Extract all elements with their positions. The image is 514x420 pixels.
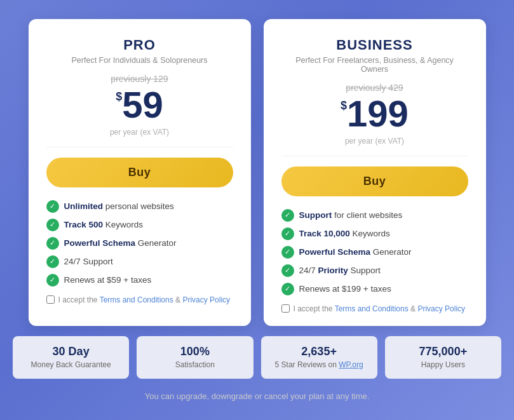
list-item: ✓ Support for client websites [281, 209, 468, 222]
pro-currency: $ [116, 90, 122, 104]
pro-features-list: ✓ Unlimited personal websites ✓ Track 50… [46, 200, 233, 287]
pro-privacy-link[interactable]: Privacy Policy [182, 295, 230, 304]
list-item: ✓ 24/7 Priority Support [281, 264, 468, 277]
pro-terms-link[interactable]: Terms and Conditions [100, 295, 173, 304]
check-icon: ✓ [281, 246, 294, 259]
pro-card: PRO Perfect For Individuals & Solopreneu… [29, 19, 251, 326]
check-icon: ✓ [46, 255, 59, 268]
pro-old-price: previously 129 [46, 74, 233, 84]
list-item: ✓ Track 500 Keywords [46, 219, 233, 231]
stat-label-satisfaction: Satisfaction [148, 360, 241, 370]
business-card-header: BUSINESS Perfect For Freelancers, Busine… [281, 37, 468, 156]
business-price-row: $ 199 [281, 95, 468, 132]
stat-number-satisfaction: 100% [148, 345, 241, 358]
stat-card-guarantee: 30 Day Money Back Guarantee [13, 336, 129, 379]
business-price: 199 [347, 95, 409, 132]
check-icon: ✓ [46, 219, 59, 231]
pro-terms-row: I accept the Terms and Conditions & Priv… [46, 295, 233, 304]
stat-label-guarantee: Money Back Guarantee [24, 360, 118, 370]
list-item: ✓ Renews at $199 + taxes [281, 283, 468, 295]
list-item: ✓ Track 10,000 Keywords [281, 227, 468, 240]
stat-card-reviews: 2,635+ 5 Star Reviews on WP.org [261, 336, 377, 379]
stat-card-users: 775,000+ Happy Users [385, 336, 501, 379]
pricing-wrapper: PRO Perfect For Individuals & Solopreneu… [13, 19, 501, 402]
check-icon: ✓ [281, 283, 294, 295]
business-plan-name: BUSINESS [281, 37, 468, 53]
business-currency: $ [341, 99, 347, 112]
pro-plan-subtitle: Perfect For Individuals & Solopreneurs [46, 56, 233, 65]
cards-row: PRO Perfect For Individuals & Solopreneu… [13, 19, 501, 326]
check-icon: ✓ [46, 274, 59, 287]
check-icon: ✓ [281, 264, 294, 277]
pro-price: 59 [122, 86, 163, 123]
list-item: ✓ Powerful Schema Generator [46, 237, 233, 250]
pro-buy-button[interactable]: Buy [46, 158, 233, 187]
stat-number-guarantee: 30 Day [24, 345, 118, 358]
pro-terms-checkbox[interactable] [46, 295, 55, 304]
business-privacy-link[interactable]: Privacy Policy [417, 304, 465, 313]
business-features-list: ✓ Support for client websites ✓ Track 10… [281, 209, 468, 295]
list-item: ✓ 24/7 Support [46, 255, 233, 268]
stat-label-reviews: 5 Star Reviews on WP.org [273, 360, 366, 370]
stat-number-reviews: 2,635+ [273, 345, 366, 358]
pro-period: per year (ex VAT) [46, 127, 233, 137]
list-item: ✓ Powerful Schema Generator [281, 246, 468, 259]
business-terms-link[interactable]: Terms and Conditions [335, 304, 409, 313]
check-icon: ✓ [281, 209, 294, 222]
business-period: per year (ex VAT) [281, 136, 468, 146]
stat-card-satisfaction: 100% Satisfaction [137, 336, 253, 379]
business-buy-button[interactable]: Buy [281, 166, 468, 196]
list-item: ✓ Unlimited personal websites [46, 200, 233, 213]
business-terms-row: I accept the Terms and Conditions & Priv… [281, 304, 468, 313]
stats-row: 30 Day Money Back Guarantee 100% Satisfa… [13, 336, 501, 379]
pro-card-header: PRO Perfect For Individuals & Solopreneu… [46, 37, 233, 147]
check-icon: ✓ [46, 200, 59, 213]
business-terms-checkbox[interactable] [281, 304, 290, 313]
list-item: ✓ Renews at $59 + taxes [46, 274, 233, 287]
pro-price-row: $ 59 [46, 86, 233, 123]
check-icon: ✓ [281, 227, 294, 240]
stat-number-users: 775,000+ [396, 345, 490, 358]
business-old-price: previously 429 [281, 83, 468, 93]
wporg-link[interactable]: WP.org [339, 360, 363, 369]
check-icon: ✓ [46, 237, 59, 250]
stat-label-users: Happy Users [396, 360, 490, 370]
footer-note: You can upgrade, downgrade or cancel you… [145, 391, 370, 401]
business-plan-subtitle: Perfect For Freelancers, Business, & Age… [281, 56, 468, 74]
business-card: BUSINESS Perfect For Freelancers, Busine… [264, 19, 486, 326]
pro-plan-name: PRO [46, 37, 233, 53]
